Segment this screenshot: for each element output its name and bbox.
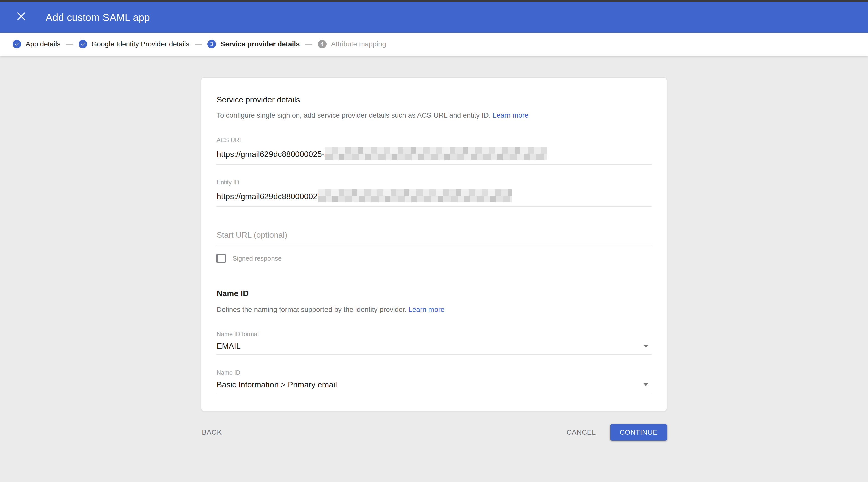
dialog-title: Add custom SAML app	[46, 12, 150, 23]
name-id-select[interactable]: Basic Information > Primary email	[217, 380, 651, 393]
acs-url-label: ACS URL	[217, 136, 651, 143]
service-provider-details-card: Service provider details To configure si…	[201, 77, 667, 412]
stepper-step-google-idp-details[interactable]: Google Identity Provider details	[79, 40, 189, 49]
card-title: Service provider details	[217, 95, 651, 104]
card-description: To configure single sign on, add service…	[217, 111, 651, 120]
start-url-field	[217, 230, 651, 245]
signed-response-label: Signed response	[232, 255, 282, 262]
entity-id-value: https://gmail629dc880000025	[217, 192, 322, 201]
name-id-format-field: Name ID format EMAIL	[217, 331, 651, 355]
signed-response-row: Signed response	[217, 254, 651, 263]
learn-more-link[interactable]: Learn more	[408, 306, 444, 313]
dialog-footer: BACK CANCEL CONTINUE	[201, 424, 667, 441]
acs-url-value: https://gmail629dc880000025-c	[217, 150, 329, 159]
entity-id-input[interactable]: https://gmail629dc880000025	[217, 190, 651, 207]
step-label: Google Identity Provider details	[92, 40, 189, 48]
step-number-badge: 3	[208, 40, 216, 49]
stepper-connector	[195, 44, 202, 45]
name-id-section-title: Name ID	[217, 289, 651, 298]
entity-id-field: Entity ID https://gmail629dc880000025	[217, 179, 651, 207]
redaction-blur	[325, 147, 547, 160]
stepper-step-attribute-mapping[interactable]: 4 Attribute mapping	[318, 40, 386, 49]
dialog-titlebar: Add custom SAML app	[0, 2, 868, 33]
step-number-badge: 4	[318, 40, 327, 49]
continue-button[interactable]: CONTINUE	[610, 424, 667, 441]
cancel-button[interactable]: CANCEL	[566, 424, 597, 440]
dropdown-arrow-icon	[644, 345, 649, 348]
acs-url-field: ACS URL https://gmail629dc880000025-c	[217, 136, 651, 165]
name-id-description-text: Defines the naming format supported by t…	[217, 306, 406, 313]
step-label: App details	[26, 40, 61, 48]
stepper-connector	[66, 44, 73, 45]
name-id-format-label: Name ID format	[217, 331, 651, 338]
name-id-section-description: Defines the naming format supported by t…	[217, 305, 651, 314]
stepper-step-app-details[interactable]: App details	[12, 40, 61, 49]
name-id-value: Basic Information > Primary email	[217, 380, 337, 389]
step-label: Service provider details	[220, 40, 300, 48]
step-completed-check-icon	[79, 40, 87, 49]
close-button[interactable]	[13, 10, 29, 25]
card-description-text: To configure single sign on, add service…	[217, 111, 491, 119]
back-button[interactable]: BACK	[201, 424, 223, 440]
stepper-step-service-provider-details[interactable]: 3 Service provider details	[208, 40, 300, 49]
entity-id-label: Entity ID	[217, 179, 651, 186]
step-label: Attribute mapping	[331, 40, 386, 48]
learn-more-link[interactable]: Learn more	[493, 111, 528, 119]
name-id-format-value: EMAIL	[217, 342, 241, 351]
stepper-connector	[305, 44, 312, 45]
window-top-edge	[0, 0, 868, 2]
dropdown-arrow-icon	[644, 383, 649, 386]
signed-response-checkbox[interactable]	[217, 254, 225, 263]
wizard-stepper: App details Google Identity Provider det…	[0, 33, 868, 56]
start-url-input[interactable]	[217, 230, 651, 245]
name-id-field: Name ID Basic Information > Primary emai…	[217, 369, 651, 393]
step-completed-check-icon	[12, 40, 21, 49]
name-id-label: Name ID	[217, 369, 651, 376]
redaction-blur	[318, 189, 512, 202]
name-id-format-select[interactable]: EMAIL	[217, 342, 651, 355]
close-icon	[17, 12, 25, 23]
dialog-body: Service provider details To configure si…	[0, 77, 868, 441]
acs-url-input[interactable]: https://gmail629dc880000025-c	[217, 148, 651, 165]
